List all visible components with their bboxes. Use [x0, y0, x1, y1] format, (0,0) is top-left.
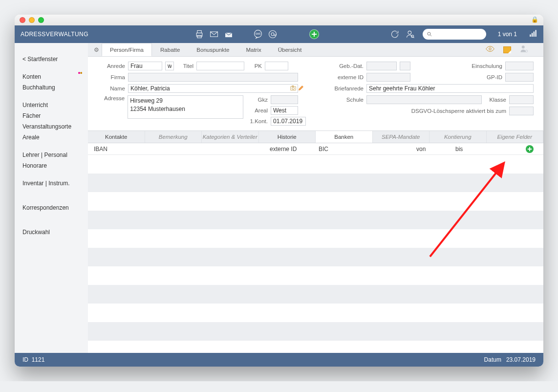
window-minimize-button[interactable]: [29, 17, 35, 23]
at-icon[interactable]: [267, 29, 278, 40]
sidebar-item-areale[interactable]: Areale: [15, 132, 88, 143]
input-gkz[interactable]: [271, 95, 298, 104]
subtab-kontierung[interactable]: Kontierung: [429, 131, 487, 143]
sidebar-item-lehrer[interactable]: Lehrer | Personal: [15, 150, 88, 160]
subtab-eigene[interactable]: Eigene Felder: [487, 131, 544, 143]
svg-point-9: [408, 31, 411, 34]
pencil-icon[interactable]: [298, 85, 304, 92]
mail-open-icon[interactable]: [223, 29, 234, 40]
bank-grid-header: IBAN externe ID BIC von bis: [88, 143, 543, 155]
person-settings-icon[interactable]: [520, 44, 529, 55]
sidebar-item-honorare[interactable]: Honorare: [15, 160, 88, 171]
input-briefanrede[interactable]: [366, 84, 534, 93]
col-von: von: [416, 146, 455, 152]
app-title: ADRESSVERWALTUNG: [21, 31, 88, 38]
input-klasse[interactable]: [509, 95, 534, 104]
sidebar-item-druckwahl[interactable]: Druckwahl: [15, 227, 88, 238]
sidebar-item-konten[interactable]: Konten: [15, 71, 88, 82]
input-anrede[interactable]: [128, 62, 162, 70]
input-adresse[interactable]: [128, 95, 243, 119]
svg-point-20: [292, 87, 295, 90]
input-titel[interactable]: [196, 62, 244, 70]
table-row: [88, 211, 543, 229]
input-gpid[interactable]: [505, 73, 534, 82]
table-row: [88, 192, 543, 211]
sidebar-item-unterricht[interactable]: Unterricht: [15, 100, 88, 110]
window-zoom-button[interactable]: [38, 17, 44, 23]
svg-point-16: [489, 47, 492, 50]
svg-point-7: [269, 31, 276, 38]
label-briefanrede: Briefanrede: [325, 86, 364, 91]
subtab-sepa[interactable]: SEPA-Mandate: [373, 131, 430, 143]
svg-point-17: [522, 45, 525, 48]
label-firma: Firma: [96, 74, 125, 80]
sticky-note-icon[interactable]: [503, 46, 511, 53]
camera-icon[interactable]: [290, 85, 296, 92]
label-gpid: GP-ID: [478, 74, 502, 80]
footer-date: 23.07.2019: [506, 356, 536, 363]
svg-rect-15: [536, 30, 537, 37]
stats-icon[interactable]: [529, 29, 537, 40]
input-name[interactable]: [128, 84, 298, 93]
mail-icon[interactable]: [209, 29, 219, 40]
input-kontakt[interactable]: [271, 117, 306, 126]
input-pk[interactable]: [265, 62, 288, 70]
tab-uebersicht[interactable]: Übersicht: [270, 43, 310, 56]
svg-rect-12: [530, 34, 531, 37]
window-close-button[interactable]: [20, 17, 25, 23]
subtab-kategorien[interactable]: Kategorien & Verteiler: [202, 131, 259, 143]
sidebar-item-buchhaltung[interactable]: Buchhaltung: [15, 82, 88, 93]
table-row: [88, 229, 543, 248]
sms-icon[interactable]: SMS: [253, 29, 263, 40]
input-areal[interactable]: [271, 106, 298, 115]
svg-rect-21: [292, 86, 294, 87]
label-gkz: Gkz: [249, 97, 268, 103]
tab-person[interactable]: Person/Firma: [102, 43, 152, 56]
label-anrede: Anrede: [96, 63, 125, 69]
input-einschulung[interactable]: [505, 62, 534, 70]
svg-point-18: [525, 50, 528, 52]
input-gebdat[interactable]: [366, 62, 397, 70]
table-row: [88, 155, 543, 174]
subtab-kontakte[interactable]: Kontakte: [88, 131, 145, 143]
tab-matrix[interactable]: Matrix: [237, 43, 269, 56]
print-icon[interactable]: [194, 29, 205, 40]
input-externeid[interactable]: [366, 73, 410, 82]
input-age[interactable]: [400, 62, 410, 70]
eye-icon[interactable]: [486, 45, 494, 55]
add-record-button[interactable]: [309, 29, 319, 39]
input-anrede-w[interactable]: [165, 62, 174, 70]
table-row: [88, 322, 543, 341]
svg-rect-13: [532, 33, 533, 37]
col-externeid: externe ID: [270, 146, 319, 152]
gear-icon[interactable]: ⚙: [91, 46, 102, 53]
sidebar-item-korrespondenzen[interactable]: Korrespondenzen: [15, 202, 88, 213]
table-row: [88, 174, 543, 192]
add-bank-button[interactable]: [526, 145, 534, 153]
col-iban: IBAN: [94, 146, 270, 152]
footer-id-label: ID: [22, 356, 28, 363]
window-titlebar: 🔒: [15, 15, 543, 25]
refresh-icon[interactable]: [389, 29, 400, 40]
sidebar-back[interactable]: < Startfenster: [15, 54, 88, 65]
input-firma[interactable]: [128, 73, 298, 82]
sidebar-item-faecher[interactable]: Fächer: [15, 110, 88, 121]
user-search-icon[interactable]: [405, 29, 416, 40]
subtab-banken[interactable]: Banken: [316, 131, 373, 143]
input-dsgvo[interactable]: [509, 107, 534, 115]
label-titel: Titel: [177, 63, 193, 69]
app-window: 🔒 ADRESSVERWALTUNG SMS 1 von 1 < Startfe…: [15, 15, 543, 367]
subtab-bemerkung[interactable]: Bemerkung: [145, 131, 202, 143]
tab-rabatte[interactable]: Rabatte: [152, 43, 188, 56]
sidebar-item-orte[interactable]: Veranstaltungsorte: [15, 121, 88, 132]
search-input[interactable]: [423, 29, 486, 40]
table-row: [88, 304, 543, 322]
input-schule[interactable]: [366, 95, 482, 104]
label-name: Name: [96, 86, 125, 91]
label-kontakt: 1.Kont.: [249, 118, 268, 124]
tab-bonus[interactable]: Bonuspunkte: [188, 43, 237, 56]
svg-text:SMS: SMS: [255, 32, 261, 35]
label-schule: Schule: [325, 97, 364, 103]
subtab-historie[interactable]: Historie: [259, 131, 316, 143]
sidebar-item-inventar[interactable]: Inventar | Instrum.: [15, 178, 88, 189]
